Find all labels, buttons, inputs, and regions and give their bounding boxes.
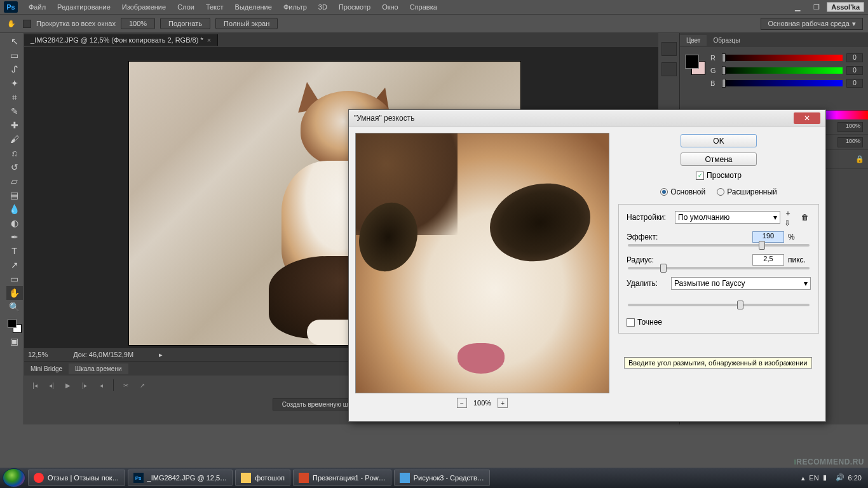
status-arrow-icon[interactable]: ▸ xyxy=(159,351,163,359)
system-tray[interactable]: ▴ EN ▮ 🔊 6:20 xyxy=(801,473,865,482)
amount-slider[interactable] xyxy=(628,244,810,247)
save-preset-icon[interactable]: ＋⇩ xyxy=(784,212,796,223)
b-value[interactable]: 0 xyxy=(846,79,863,88)
gradient-tool-icon[interactable]: ▤ xyxy=(6,188,23,202)
preview-checkbox[interactable]: ✓ xyxy=(696,172,704,180)
eraser-tool-icon[interactable]: ▱ xyxy=(6,174,23,188)
brush-tool-icon[interactable]: 🖌 xyxy=(6,132,23,146)
pen-tool-icon[interactable]: ✒ xyxy=(6,230,23,244)
fgbg-swatch[interactable] xyxy=(6,318,23,334)
zoom-out-icon[interactable]: − xyxy=(457,398,467,408)
split-icon[interactable]: ✂ xyxy=(119,379,133,391)
cancel-button[interactable]: Отмена xyxy=(681,152,757,166)
tab-color[interactable]: Цвет xyxy=(680,35,707,46)
stamp-tool-icon[interactable]: ⎌ xyxy=(6,146,23,160)
radius-input[interactable]: 2,5 xyxy=(752,254,784,266)
tray-volume-icon[interactable]: 🔊 xyxy=(836,473,844,482)
workspace-selector[interactable]: Основная рабочая среда ▾ xyxy=(761,18,863,30)
prev-frame-icon[interactable]: ◂| xyxy=(44,379,58,391)
ok-button[interactable]: OK xyxy=(681,134,757,147)
zoom-100-button[interactable]: 100% xyxy=(121,18,155,29)
move-tool-icon[interactable]: ↖ xyxy=(6,34,23,48)
radius-slider[interactable] xyxy=(628,267,810,269)
taskbar-item[interactable]: Ps_IMG2842.JPG @ 12,5… xyxy=(128,470,233,486)
mute-icon[interactable]: ◂ xyxy=(94,379,108,391)
dodge-tool-icon[interactable]: ◐ xyxy=(6,216,23,230)
fullscreen-button[interactable]: Полный экран xyxy=(215,18,278,29)
tray-network-icon[interactable]: ▮ xyxy=(823,473,832,482)
menu-filter[interactable]: Фильтр xyxy=(278,1,313,13)
document-tab[interactable]: _IMG2842.JPG @ 12,5% (Фон копировать 2, … xyxy=(24,34,218,46)
g-slider[interactable] xyxy=(722,67,843,74)
taskbar-item[interactable]: Отзыв | Отзывы пок… xyxy=(28,470,125,486)
precise-checkbox[interactable] xyxy=(627,318,635,327)
layer-fill[interactable]: 100% xyxy=(837,137,863,147)
menu-type[interactable]: Текст xyxy=(200,1,229,13)
marquee-tool-icon[interactable]: ▭ xyxy=(6,48,23,62)
menu-select[interactable]: Выделение xyxy=(229,1,278,13)
fit-button[interactable]: Подогнать xyxy=(160,18,210,29)
heal-tool-icon[interactable]: ✚ xyxy=(6,118,23,132)
b-slider[interactable] xyxy=(722,80,843,86)
remove-type-select[interactable]: Размытие по Гауссу ▾ xyxy=(671,277,811,290)
settings-preset-select[interactable]: По умолчанию ▾ xyxy=(675,211,780,224)
taskbar-item[interactable]: Рисунок3 - Средств… xyxy=(394,470,490,486)
menu-layer[interactable]: Слои xyxy=(172,1,200,13)
lasso-tool-icon[interactable]: ᔑ xyxy=(6,62,23,76)
window-minimize-icon[interactable]: ▁ xyxy=(789,2,806,12)
tab-swatches[interactable]: Образцы xyxy=(707,35,746,46)
transition-icon[interactable]: ↗ xyxy=(135,379,149,391)
actions-panel-icon[interactable] xyxy=(661,62,677,76)
g-value[interactable]: 0 xyxy=(846,66,863,75)
start-button[interactable] xyxy=(3,468,25,487)
lock-icon[interactable]: 🔒 xyxy=(855,155,864,163)
color-swatch[interactable] xyxy=(685,55,705,75)
history-brush-icon[interactable]: ↺ xyxy=(6,160,23,174)
hand-tool-icon[interactable]: ✋ xyxy=(6,286,23,300)
taskbar-item[interactable]: фотошоп xyxy=(235,470,290,486)
amount-input[interactable]: 190 xyxy=(752,231,784,243)
screen-mode-icon[interactable]: ▣ xyxy=(6,334,23,348)
menu-file[interactable]: Файл xyxy=(23,1,51,13)
tray-lang[interactable]: EN xyxy=(809,474,818,482)
delete-preset-icon[interactable]: 🗑 xyxy=(799,212,811,223)
type-tool-icon[interactable]: T xyxy=(6,244,23,258)
angle-slider[interactable] xyxy=(628,304,810,306)
r-value[interactable]: 0 xyxy=(846,53,863,62)
dialog-titlebar[interactable]: "Умная" резкость ✕ xyxy=(349,110,825,126)
go-start-icon[interactable]: |◂ xyxy=(28,379,42,391)
dialog-close-button[interactable]: ✕ xyxy=(794,112,820,124)
shape-tool-icon[interactable]: ▭ xyxy=(6,272,23,286)
play-icon[interactable]: ▶ xyxy=(61,379,75,391)
menu-edit[interactable]: Редактирование xyxy=(51,1,116,13)
mode-basic-radio[interactable]: Основной xyxy=(660,187,705,196)
menu-view[interactable]: Просмотр xyxy=(333,1,376,13)
r-slider[interactable] xyxy=(722,55,843,61)
eyedropper-tool-icon[interactable]: ✎ xyxy=(6,104,23,118)
doc-size-status: Док: 46,0M/152,9M xyxy=(73,351,133,358)
menu-help[interactable]: Справка xyxy=(404,1,443,13)
layer-opacity[interactable]: 100% xyxy=(837,122,863,132)
scroll-all-checkbox[interactable] xyxy=(23,20,31,28)
path-select-icon[interactable]: ↗ xyxy=(6,258,23,272)
close-tab-icon[interactable]: × xyxy=(207,36,211,44)
menu-window[interactable]: Окно xyxy=(376,1,404,13)
tab-timeline[interactable]: Шкала времени xyxy=(69,363,128,374)
tab-minibridge[interactable]: Mini Bridge xyxy=(24,363,69,374)
taskbar-item[interactable]: Презентация1 - Pow… xyxy=(293,470,391,486)
zoom-status[interactable]: 12,5% xyxy=(28,351,48,358)
next-frame-icon[interactable]: |▸ xyxy=(78,379,92,391)
zoom-in-icon[interactable]: + xyxy=(498,398,508,408)
crop-tool-icon[interactable]: ⌗ xyxy=(6,90,23,104)
tray-show-hidden-icon[interactable]: ▴ xyxy=(801,474,805,482)
zoom-tool-icon[interactable]: 🔍 xyxy=(6,300,23,314)
blur-tool-icon[interactable]: 💧 xyxy=(6,202,23,216)
menu-image[interactable]: Изображение xyxy=(116,1,172,13)
tray-clock[interactable]: 6:20 xyxy=(848,474,862,482)
mode-advanced-radio[interactable]: Расширенный xyxy=(717,187,777,196)
wand-tool-icon[interactable]: ✦ xyxy=(6,76,23,90)
menu-3d[interactable]: 3D xyxy=(313,1,333,13)
dialog-preview[interactable] xyxy=(355,133,609,393)
history-panel-icon[interactable] xyxy=(661,42,677,56)
window-restore-icon[interactable]: ❐ xyxy=(808,2,825,12)
